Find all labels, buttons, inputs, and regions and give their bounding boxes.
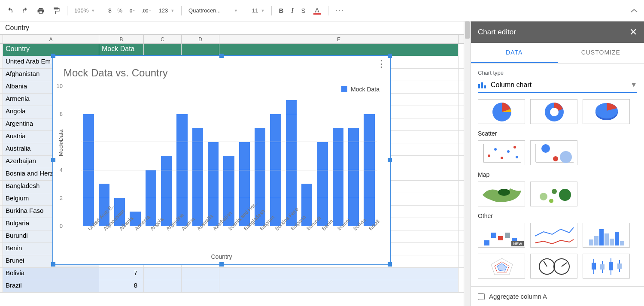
tab-data[interactable]: DATA <box>471 43 558 63</box>
chart-thumbnail-radar[interactable] <box>478 254 525 279</box>
column-header[interactable]: E <box>219 35 459 43</box>
tab-customize[interactable]: CUSTOMIZE <box>558 43 644 63</box>
svg-rect-47 <box>600 264 605 270</box>
x-tick-label: Belgium <box>258 227 263 232</box>
svg-rect-37 <box>620 241 624 245</box>
formula-bar[interactable]: Country <box>0 21 464 34</box>
svg-rect-27 <box>491 233 496 238</box>
resize-handle[interactable] <box>219 54 224 58</box>
chart-editor-panel: Chart editor ✕ DATA CUSTOMIZE Chart type… <box>471 21 644 306</box>
format-percent-button[interactable]: % <box>115 7 124 14</box>
chart-type-dropdown[interactable]: Column chart ▼ <box>478 78 637 93</box>
svg-rect-32 <box>594 236 598 245</box>
chart-thumbnail-sparkline[interactable] <box>530 223 577 248</box>
caret-down-icon: ▼ <box>630 81 637 89</box>
caret-down-icon: ▼ <box>234 9 238 13</box>
section-other: Other <box>478 212 637 219</box>
svg-rect-1 <box>481 82 483 88</box>
close-icon[interactable]: ✕ <box>629 27 637 38</box>
x-tick-label: Australia <box>196 227 200 232</box>
column-header[interactable]: C <box>144 35 182 43</box>
chart-bar <box>161 156 172 226</box>
x-tick-label: Azerbaijan <box>212 227 216 232</box>
zoom-dropdown[interactable]: 100%▼ <box>72 6 97 15</box>
resize-handle[interactable] <box>388 54 392 58</box>
panel-title-bar: Chart editor ✕ <box>471 21 644 43</box>
vertical-scrollbar[interactable] <box>464 21 471 306</box>
svg-point-25 <box>549 199 553 203</box>
svg-rect-49 <box>609 262 613 270</box>
svg-point-18 <box>541 144 550 153</box>
increase-decimal-button[interactable]: .00→ <box>140 8 153 13</box>
chart-title: Mock Data vs. Country <box>53 56 390 82</box>
undo-button[interactable] <box>3 4 16 17</box>
svg-rect-0 <box>478 84 480 88</box>
svg-rect-31 <box>589 239 593 245</box>
x-tick-label: Brunei <box>336 227 340 232</box>
x-tick-label: Afghanistan <box>102 227 106 232</box>
table-row[interactable]: Brazil8 <box>0 280 464 293</box>
chart-thumbnail-geo-markers[interactable] <box>530 182 577 206</box>
x-tick-label: Burkina Faso <box>274 227 278 232</box>
column-header[interactable]: D <box>182 35 219 43</box>
aggregate-checkbox[interactable] <box>478 293 485 300</box>
x-tick-label: Bangladesh <box>243 227 247 232</box>
bold-button[interactable]: B <box>276 4 286 17</box>
chart-thumbnail-histogram[interactable] <box>583 223 630 248</box>
more-toolbar-button[interactable]: ··· <box>333 3 347 18</box>
column-header[interactable]: A <box>3 35 99 43</box>
x-tick-label: Bulgaria <box>289 227 294 232</box>
chart-thumbnail-gauge[interactable] <box>530 254 577 279</box>
text-color-button[interactable]: A <box>311 4 324 17</box>
chart-thumbnail-bubble[interactable] <box>530 140 577 165</box>
svg-rect-45 <box>592 263 596 270</box>
resize-handle[interactable] <box>388 158 392 162</box>
column-header[interactable]: B <box>99 35 144 43</box>
format-currency-button[interactable]: $ <box>106 7 113 14</box>
resize-handle[interactable] <box>51 158 55 162</box>
svg-rect-51 <box>617 264 622 269</box>
font-dropdown[interactable]: Quattrocen...▼ <box>186 6 240 15</box>
chart-thumbnail-3d-pie[interactable] <box>583 99 630 124</box>
svg-point-23 <box>552 189 557 194</box>
print-button[interactable] <box>34 4 47 17</box>
number-format-dropdown[interactable]: 123▼ <box>156 6 177 15</box>
table-row[interactable]: Bolivia7 <box>0 268 464 280</box>
svg-point-10 <box>488 155 490 157</box>
resize-handle[interactable] <box>51 262 55 267</box>
chart-thumbnail-donut[interactable] <box>530 99 577 124</box>
x-tick-label: Bosnia and Her... <box>227 227 231 232</box>
aggregate-checkbox-row[interactable]: Aggregate column A <box>471 286 644 306</box>
strikethrough-button[interactable]: S <box>299 4 308 17</box>
svg-point-21 <box>498 189 510 196</box>
collapse-toolbar-button[interactable] <box>628 6 641 15</box>
new-badge: NEW <box>511 241 524 246</box>
chart-bar <box>348 128 359 226</box>
resize-handle[interactable] <box>219 262 224 267</box>
svg-rect-2 <box>484 85 486 88</box>
chart-menu-button[interactable]: ⋮ <box>377 58 386 70</box>
chart-thumbnail-pie[interactable] <box>478 99 525 124</box>
svg-rect-29 <box>505 233 510 238</box>
italic-button[interactable]: I <box>289 4 296 17</box>
chart-type-label: Chart type <box>478 70 637 76</box>
column-headers: A B C D E <box>0 34 464 44</box>
font-size-dropdown[interactable]: 11▼ <box>249 6 267 15</box>
svg-rect-33 <box>599 229 604 245</box>
embedded-chart[interactable]: ⋮ Mock Data vs. Country Mock Data Mock D… <box>52 55 391 265</box>
chart-thumbnail-waterfall[interactable]: NEW <box>478 223 525 248</box>
decrease-decimal-button[interactable]: .0← <box>127 8 137 13</box>
resize-handle[interactable] <box>388 262 392 267</box>
svg-rect-34 <box>605 233 609 245</box>
x-tick-label: Albania <box>118 227 122 232</box>
paint-format-button[interactable] <box>50 4 63 17</box>
y-tick: 2 <box>60 194 63 201</box>
chart-thumbnail-candlestick[interactable] <box>583 254 630 279</box>
resize-handle[interactable] <box>51 54 55 58</box>
zoom-value: 100% <box>74 7 88 14</box>
redo-button[interactable] <box>19 4 32 17</box>
chart-thumbnail-geo[interactable] <box>478 182 525 206</box>
chart-thumbnail-scatter[interactable] <box>478 140 525 165</box>
svg-line-43 <box>562 263 567 267</box>
x-tick-label: United Arab E... <box>87 227 91 232</box>
